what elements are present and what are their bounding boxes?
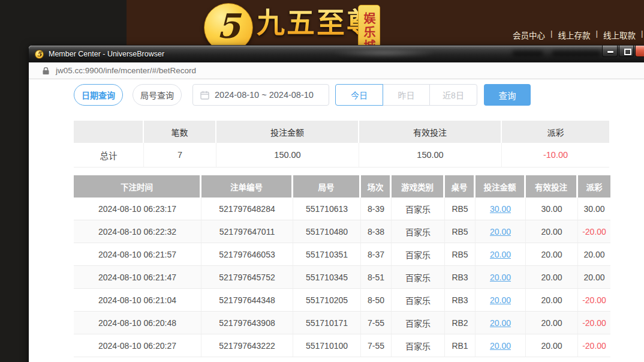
cell-order-no: 521797643222	[201, 334, 293, 357]
cell-game-type: 百家乐	[392, 198, 445, 220]
window-controls	[602, 46, 644, 57]
lock-icon	[43, 67, 49, 74]
cell-round-no: 551710171	[293, 312, 361, 334]
nav-online-deposit[interactable]: 线上存款	[558, 29, 591, 41]
window-title: Member Center - UniverseBrowser	[49, 50, 164, 58]
nav-member-center[interactable]: 会员中心	[513, 29, 545, 41]
cell-payout: -20.00	[578, 220, 610, 243]
summary-total-label: 总计	[74, 143, 144, 167]
date-query-tab[interactable]: 日期查询	[74, 84, 123, 106]
maximize-button[interactable]	[619, 46, 634, 57]
cell-game-type: 百家乐	[392, 266, 445, 289]
cell-game-type: 百家乐	[392, 243, 445, 266]
cell-valid-bet: 20.00	[526, 243, 578, 266]
bet-amount-link[interactable]: 20.00	[490, 341, 511, 351]
summary-header-cell	[74, 121, 143, 143]
summary-count: 7	[144, 143, 216, 167]
table-row: 2024-08-10 06:20:27 521797643222 5517101…	[74, 334, 610, 357]
col-header-round-no: 局号	[293, 175, 359, 198]
titlebar-blurred-text	[552, 50, 601, 56]
browser-window: 5 Member Center - UniverseBrowser jw05.c…	[28, 45, 644, 362]
table-row: 2024-08-10 06:21:57 521797646053 5517103…	[74, 243, 610, 266]
banner-nav: 会员中心 | 线上存款 | 线上取款 | 一	[513, 29, 644, 41]
cell-order-no: 521797647011	[201, 220, 293, 243]
summary-header-cell: 有效投注	[359, 121, 501, 143]
yesterday-button[interactable]: 昨日	[383, 84, 430, 106]
cell-session: 8-39	[361, 198, 392, 220]
cell-session: 8-37	[361, 243, 392, 266]
cell-order-no: 521797646053	[201, 243, 293, 266]
logo-five-glyph: 5	[217, 6, 240, 46]
cell-payout: 20.00	[578, 266, 610, 289]
cell-bet-time: 2024-08-10 06:20:48	[74, 312, 201, 334]
col-header-payout: 派彩	[578, 175, 610, 198]
cell-valid-bet: 20.00	[526, 266, 578, 289]
table-row: 2024-08-10 06:20:48 521797643908 5517101…	[74, 312, 610, 334]
bet-amount-link[interactable]: 30.00	[490, 204, 511, 214]
titlebar-glass-reflection	[332, 49, 437, 57]
col-header-game-type: 游戏类别	[392, 175, 443, 198]
bet-amount-link[interactable]: 20.00	[490, 295, 511, 305]
table-row: 2024-08-10 06:22:32 521797647011 5517104…	[74, 220, 610, 243]
cell-round-no: 551710205	[293, 289, 361, 312]
cell-session: 7-55	[361, 312, 392, 334]
cell-round-no: 551710100	[293, 334, 361, 357]
window-app-icon: 5	[35, 50, 44, 59]
summary-bet-amount: 150.00	[216, 143, 359, 167]
cell-valid-bet: 20.00	[526, 312, 578, 334]
cell-bet-time: 2024-08-10 06:23:17	[74, 198, 201, 220]
address-bar[interactable]: jw05.cc:9900/infe/mcenter/#/betRecord	[29, 62, 644, 79]
cell-session: 8-51	[361, 266, 392, 289]
cell-valid-bet: 30.00	[526, 198, 578, 220]
round-query-tab[interactable]: 局号查询	[133, 84, 182, 106]
cell-table-no: RB3	[445, 289, 476, 312]
col-header-table-no: 桌号	[445, 175, 474, 198]
last-8-days-button[interactable]: 近8日	[429, 84, 477, 106]
col-header-bet-time: 下注时间	[74, 175, 200, 198]
bet-table-body: 2024-08-10 06:23:17 521797648284 5517106…	[74, 198, 610, 357]
cell-payout: -20.00	[578, 312, 610, 334]
cell-valid-bet: 20.00	[526, 289, 578, 312]
window-app-icon-glyph: 5	[37, 50, 42, 58]
minimize-button[interactable]	[602, 46, 618, 57]
bet-amount-link[interactable]: 20.00	[490, 318, 511, 328]
col-header-valid-bet: 有效投注	[526, 175, 576, 198]
cell-valid-bet: 20.00	[526, 334, 578, 357]
bet-amount-link[interactable]: 20.00	[490, 250, 511, 259]
date-range-input[interactable]: 2024-08-10 ~ 2024-08-10	[192, 84, 329, 106]
cell-round-no: 551710613	[293, 198, 361, 220]
cell-game-type: 百家乐	[392, 334, 445, 357]
nav-online-withdraw[interactable]: 线上取款	[603, 29, 636, 41]
cell-bet-time: 2024-08-10 06:21:47	[74, 266, 201, 289]
cell-round-no: 551710480	[293, 220, 361, 243]
today-button[interactable]: 今日	[335, 84, 383, 106]
cell-table-no: RB2	[445, 312, 476, 334]
cell-bet-time: 2024-08-10 06:20:27	[74, 334, 201, 357]
screen: 5 九五至尊 娱乐城 会员中心 | 线上存款 | 线上取款 | 一 5 Memb…	[0, 0, 644, 362]
cell-payout: -20.00	[578, 334, 610, 357]
cell-session: 7-55	[361, 334, 392, 357]
cell-game-type: 百家乐	[392, 220, 445, 243]
page-content: 日期查询 局号查询 2024-08-10 ~ 2024-08-10 今日 昨日 …	[29, 79, 644, 362]
cell-bet-time: 2024-08-10 06:22:32	[74, 220, 201, 243]
cell-game-type: 百家乐	[392, 312, 445, 334]
cell-payout: -20.00	[578, 289, 610, 312]
cell-table-no: RB5	[445, 220, 476, 243]
window-titlebar[interactable]: 5 Member Center - UniverseBrowser	[29, 46, 644, 62]
bet-amount-link[interactable]: 20.00	[490, 273, 511, 282]
cell-payout: 30.00	[578, 198, 610, 220]
cell-session: 8-38	[361, 220, 392, 243]
calendar-icon	[200, 91, 209, 100]
cell-order-no: 521797645752	[201, 266, 293, 289]
cell-table-no: RB5	[445, 198, 476, 220]
close-button[interactable]	[635, 46, 644, 57]
quick-range-group: 今日 昨日 近8日	[335, 84, 477, 106]
titlebar-blurred-text	[512, 50, 543, 56]
cell-round-no: 551710345	[293, 266, 361, 289]
cell-table-no: RB3	[445, 266, 476, 289]
cell-bet-time: 2024-08-10 06:21:04	[74, 289, 201, 312]
cell-order-no: 521797643908	[201, 312, 293, 334]
search-button[interactable]: 查询	[484, 84, 531, 106]
url-text: jw05.cc:9900/infe/mcenter/#/betRecord	[56, 66, 196, 75]
bet-amount-link[interactable]: 20.00	[490, 227, 511, 237]
